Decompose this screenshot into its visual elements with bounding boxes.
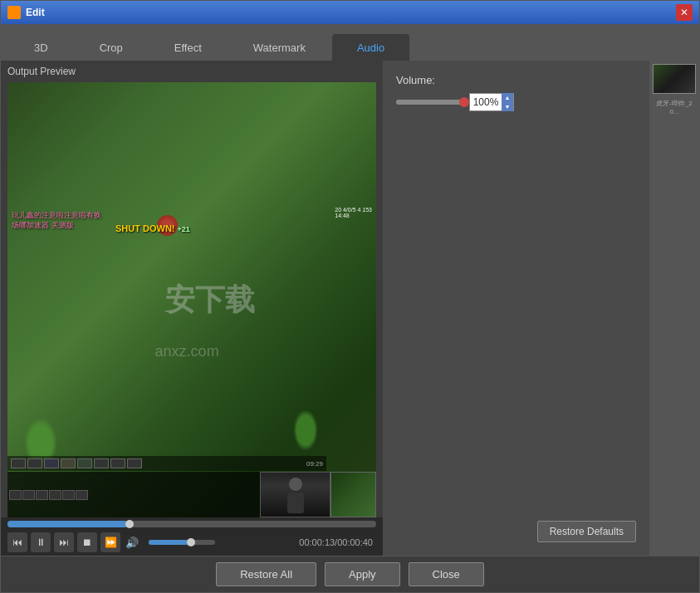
tab-crop[interactable]: Crop bbox=[75, 34, 148, 61]
volume-spinner: ▲ ▼ bbox=[502, 93, 513, 111]
close-button[interactable]: Close bbox=[409, 562, 484, 586]
volume-section: Volume: ▲ ▼ bbox=[396, 74, 636, 111]
stop-button[interactable]: ⏹ bbox=[77, 532, 97, 552]
close-window-button[interactable]: ✕ bbox=[676, 4, 693, 21]
volume-down-button[interactable]: ▼ bbox=[502, 102, 513, 111]
svg-rect-1 bbox=[287, 493, 304, 513]
video-frame: 玩儿鑫的注意啦注意啦有换 场哪加速器 关测版 20 4/0/5 4 153 14… bbox=[7, 82, 376, 517]
thumbnail-strip: 虎牙-哔炸_20... bbox=[649, 61, 699, 556]
next-frame-button[interactable]: ⏩ bbox=[100, 532, 120, 552]
volume-slider-thumb[interactable] bbox=[459, 97, 469, 107]
apply-button[interactable]: Apply bbox=[325, 562, 400, 586]
volume-input[interactable] bbox=[470, 94, 502, 110]
volume-thumb[interactable] bbox=[187, 538, 195, 546]
thumbnail-item[interactable] bbox=[653, 64, 696, 94]
progress-bar-fill bbox=[7, 521, 127, 527]
mini-map bbox=[330, 472, 376, 517]
game-background: 玩儿鑫的注意啦注意啦有换 场哪加速器 关测版 20 4/0/5 4 153 14… bbox=[7, 82, 376, 517]
volume-track[interactable] bbox=[149, 540, 215, 545]
progress-bar-track[interactable] bbox=[7, 521, 376, 527]
score-info: 20 4/0/5 4 153 14:48 bbox=[335, 207, 372, 218]
output-preview-label: Output Preview bbox=[1, 61, 383, 82]
kill-notification: SHUT DOWN! +21 bbox=[115, 223, 190, 233]
webcam-overlay bbox=[260, 472, 330, 517]
tab-watermark[interactable]: Watermark bbox=[228, 34, 330, 61]
svg-point-0 bbox=[289, 478, 302, 491]
main-window: Edit ✕ 3D Crop Effect Watermark Audio Ou… bbox=[0, 0, 700, 593]
game-tree-2 bbox=[293, 409, 318, 451]
volume-input-container: ▲ ▼ bbox=[469, 93, 514, 111]
volume-control-row: ▲ ▼ bbox=[396, 93, 636, 111]
volume-icon: 🔊 bbox=[124, 532, 140, 552]
skip-back-button[interactable]: ⏮ bbox=[7, 532, 27, 552]
volume-up-button[interactable]: ▲ bbox=[502, 93, 513, 102]
thumbnail-label: 虎牙-哔炸_20... bbox=[653, 99, 696, 115]
watermark-overlay-1: 安下载 bbox=[165, 280, 255, 321]
app-icon bbox=[7, 6, 21, 19]
bottom-overlay bbox=[7, 472, 376, 517]
volume-fill bbox=[149, 540, 188, 545]
watermark-overlay-2: anxz.com bbox=[155, 343, 219, 360]
fast-forward-button[interactable]: ⏭ bbox=[54, 532, 74, 552]
skills-bar: 09:29 bbox=[7, 456, 326, 471]
person-silhouette bbox=[279, 474, 312, 516]
audio-settings-panel: Volume: ▲ ▼ Restore Defaults bbox=[383, 61, 649, 556]
time-display: 00:00:13/00:00:40 bbox=[299, 537, 373, 547]
bottom-bar: Restore All Apply Close bbox=[1, 556, 699, 592]
video-panel: Output Preview 玩儿鑫的注意啦注意啦有换 场哪加速器 关测版 bbox=[1, 61, 383, 556]
restore-defaults-button[interactable]: Restore Defaults bbox=[537, 521, 636, 542]
score-area bbox=[7, 488, 260, 502]
controls-row: ⏮ ⏸ ⏭ ⏹ ⏩ 🔊 00:00:13/00:00:40 bbox=[7, 532, 376, 552]
play-pause-button[interactable]: ⏸ bbox=[31, 532, 51, 552]
restore-all-button[interactable]: Restore All bbox=[216, 562, 316, 586]
tab-effect[interactable]: Effect bbox=[149, 34, 227, 61]
window-title: Edit bbox=[26, 7, 676, 18]
tab-audio[interactable]: Audio bbox=[332, 34, 409, 61]
volume-slider-fill bbox=[396, 100, 463, 105]
webcam-person bbox=[261, 473, 330, 517]
video-container: 玩儿鑫的注意啦注意啦有换 场哪加速器 关测版 20 4/0/5 4 153 14… bbox=[7, 82, 376, 517]
tab-3d[interactable]: 3D bbox=[9, 34, 73, 61]
title-bar: Edit ✕ bbox=[1, 1, 699, 24]
main-content: Output Preview 玩儿鑫的注意啦注意啦有换 场哪加速器 关测版 bbox=[1, 61, 699, 556]
tab-bar: 3D Crop Effect Watermark Audio bbox=[1, 24, 699, 61]
volume-label: Volume: bbox=[396, 74, 636, 86]
playback-area: ⏮ ⏸ ⏭ ⏹ ⏩ 🔊 00:00:13/00:00:40 bbox=[1, 517, 383, 556]
progress-thumb[interactable] bbox=[125, 520, 134, 528]
volume-slider-track[interactable] bbox=[396, 100, 463, 105]
video-overlay-text: 玩儿鑫的注意啦注意啦有换 场哪加速器 关测版 bbox=[12, 211, 101, 230]
